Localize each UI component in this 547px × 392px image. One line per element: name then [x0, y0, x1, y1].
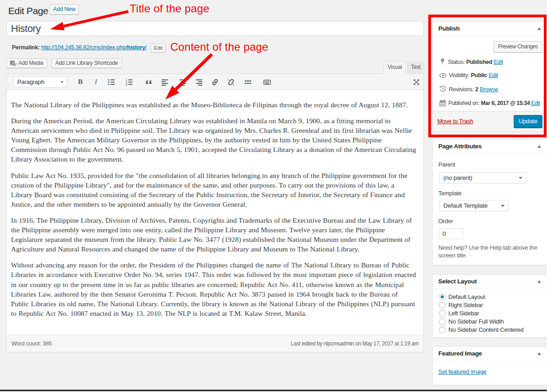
move-to-trash-link[interactable]: Move to Trash — [437, 118, 473, 125]
edit-status-link[interactable]: Edit — [494, 59, 503, 65]
preview-changes-button[interactable]: Preview Changes — [494, 41, 542, 52]
publish-row-value: 2 — [475, 86, 479, 93]
add-new-button[interactable]: Add New — [49, 4, 79, 15]
order-label: Order — [438, 218, 453, 225]
layout-option: No Sidebar Full Width — [439, 318, 504, 325]
permalink-label: Permalink: — [12, 44, 40, 51]
layout-radio-3[interactable] — [439, 318, 446, 325]
annotation-title-note: Title of the page — [130, 3, 210, 15]
layout-radio-1[interactable] — [439, 302, 446, 308]
layout-option-label: Left Sidebar — [448, 310, 479, 317]
publish-row-label: Visibility: — [449, 72, 469, 78]
select-layout-title: Select Layout — [433, 275, 547, 288]
paragraph-format-dropdown[interactable]: Paragraph — [13, 76, 67, 88]
publish-row-label: Revisions: — [449, 86, 474, 93]
add-media-label: Add Media — [18, 60, 43, 66]
align-left-icon — [161, 78, 169, 86]
tab-visual[interactable]: Visual — [384, 61, 406, 74]
parent-select[interactable]: (no parent) — [439, 172, 526, 183]
unlink-icon — [227, 78, 235, 86]
chevron-down-icon — [519, 177, 522, 179]
permalink-url[interactable]: http://104.245.36.82/cms/index.php/histo… — [41, 44, 147, 51]
edit-page-screen: Edit Page Add New Permalink: http://104.… — [0, 0, 547, 392]
collapse-toggle-icon[interactable] — [537, 280, 541, 283]
parent-label: Parent — [438, 161, 455, 168]
layout-radio-4[interactable] — [439, 326, 446, 333]
publish-row-label: Status: — [448, 59, 465, 65]
visibility-row: Visibility: Public Edit — [439, 72, 498, 79]
page-attributes-box: Page Attributes Parent (no parent) Templ… — [432, 139, 547, 265]
publish-box: Publish Preview Changes Status: Publishe… — [432, 21, 547, 131]
add-media-button[interactable]: Add Media — [6, 58, 47, 68]
numbered-list-icon: 123 — [125, 78, 133, 86]
align-left-button[interactable] — [159, 76, 171, 87]
permalink-edit-button[interactable]: Edit — [151, 43, 166, 52]
paragraph-format-value: Paragraph — [17, 78, 44, 85]
publish-row-value: Public — [471, 72, 487, 78]
insert-link-button[interactable] — [209, 76, 221, 87]
content-paragraph: Without advancing any reason for the ord… — [11, 260, 417, 318]
layout-radio-0[interactable] — [439, 293, 446, 300]
layout-option-label: Right Sidebar — [448, 302, 483, 308]
italic-button[interactable]: I — [90, 76, 102, 87]
eye-icon — [439, 73, 447, 78]
svg-text:3: 3 — [126, 83, 127, 86]
align-center-button[interactable] — [177, 76, 189, 87]
tab-text[interactable]: Text — [407, 61, 425, 73]
content-paragraph: Public Law Act No. 1935, provided for th… — [11, 171, 417, 209]
edit-visibility-link[interactable]: Edit — [489, 72, 498, 78]
set-featured-image-link[interactable]: Set featured image — [438, 368, 486, 375]
align-right-icon — [195, 78, 203, 86]
published-on-row: Published on: Mar 6, 2017 @ 15:34 Edit — [439, 99, 540, 107]
editor-content[interactable]: The National Library of the Philippines … — [7, 90, 423, 335]
page-title-input[interactable] — [6, 21, 424, 36]
publish-box-title: Publish — [433, 22, 547, 36]
calendar-icon — [439, 99, 446, 106]
content-paragraph: In 1916, The Philippine Library, Divisio… — [11, 215, 417, 254]
link-icon — [211, 78, 219, 86]
featured-image-title: Featured Image — [433, 347, 547, 361]
layout-option-label: No Sidebar Full Width — [448, 318, 504, 325]
browse-revisions-link[interactable]: Browse — [480, 86, 498, 93]
word-count: Word count: 385 — [11, 340, 52, 347]
collapse-toggle-icon[interactable] — [537, 145, 541, 148]
collapse-toggle-icon[interactable] — [537, 352, 541, 355]
blockquote-button[interactable] — [143, 76, 155, 87]
align-right-button[interactable] — [193, 76, 205, 87]
remove-link-button[interactable] — [225, 76, 237, 87]
template-select[interactable]: Default Template — [439, 200, 509, 211]
content-paragraph: The National Library of the Philippines … — [11, 100, 417, 110]
media-icon — [10, 60, 16, 66]
parent-select-value: (no parent) — [443, 174, 472, 181]
chevron-down-icon — [501, 205, 505, 207]
publish-footer: Move to Trash Update — [433, 111, 547, 131]
select-layout-box: Select Layout Default Layout Right Sideb… — [432, 274, 547, 338]
permalink-url-prefix: http://104.245.36.82/cms/index.php/ — [41, 44, 127, 51]
pin-icon — [439, 58, 446, 65]
add-link-library-button[interactable]: Add Link Library Shortcode — [51, 58, 122, 68]
collapse-toggle-icon[interactable] — [537, 27, 541, 30]
bold-button[interactable]: B — [74, 76, 86, 87]
revisions-row: Revisions: 2 Browse — [439, 85, 498, 93]
chevron-down-icon — [61, 81, 63, 83]
editor-statusbar: Word count: 385 Last edited by nlpcmsadm… — [7, 335, 423, 352]
toolbar-toggle-button[interactable] — [261, 76, 273, 87]
align-center-icon — [179, 78, 187, 86]
editor-toolbar: Paragraph B I 123 — [7, 74, 423, 90]
read-more-button[interactable] — [242, 76, 254, 87]
edit-published-date-link[interactable]: Edit — [531, 100, 540, 106]
permalink-url-slug: history — [127, 44, 145, 51]
publish-row-label: Published on: — [448, 100, 479, 106]
template-label: Template — [438, 190, 462, 197]
page-attributes-title: Page Attributes — [433, 140, 547, 153]
layout-radio-2[interactable] — [439, 310, 446, 317]
featured-image-box: Featured Image Set featured image — [432, 346, 547, 385]
content-paragraph: During the American Period, the American… — [11, 116, 417, 164]
update-button[interactable]: Update — [514, 115, 542, 128]
read-more-icon — [244, 78, 252, 86]
numbered-list-button[interactable]: 123 — [123, 76, 135, 87]
order-input[interactable] — [439, 228, 463, 239]
fullscreen-button[interactable] — [410, 76, 422, 87]
bullet-list-button[interactable] — [105, 76, 117, 87]
status-row: Status: Published Edit — [439, 58, 503, 66]
